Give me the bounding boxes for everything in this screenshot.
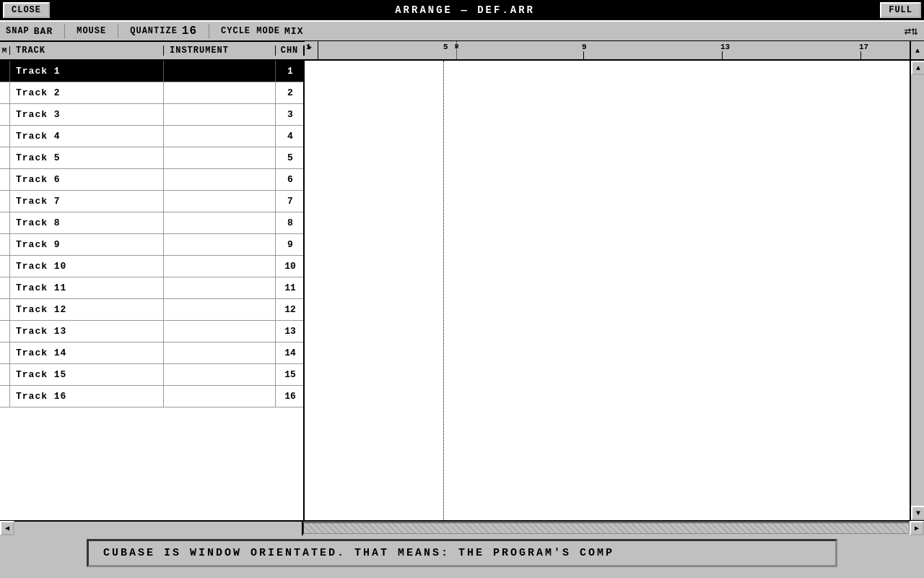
hscroll-area: ◀ ▶ — [0, 520, 924, 535]
close-button[interactable]: CLOSE — [3, 2, 50, 18]
window-title: ARRANGE — DEF.ARR — [50, 4, 880, 16]
track-name-6[interactable]: Track 6 — [10, 169, 164, 190]
toolbar: SNAP BAR MOUSE QUANTIZE 16 CYCLE MODE MI… — [0, 22, 924, 42]
bar13-mark: 13 — [720, 43, 730, 51]
full-button[interactable]: FULL — [880, 2, 921, 18]
quantize-label: QUANTIZE — [130, 26, 178, 36]
track-mute-15[interactable] — [0, 364, 10, 385]
main-area: M TRACK INSTRUMENT CHN ▶ 1 5 R 9 13 — [0, 42, 924, 520]
track-row[interactable]: Track 1111 — [0, 277, 303, 299]
track-instrument-10[interactable] — [164, 256, 276, 277]
track-row[interactable]: Track 33 — [0, 104, 303, 126]
quantize-value[interactable]: 16 — [182, 25, 197, 38]
track-chn-13: 13 — [276, 321, 305, 342]
track-mute-12[interactable] — [0, 299, 10, 320]
track-mute-5[interactable] — [0, 147, 10, 168]
track-name-14[interactable]: Track 14 — [10, 342, 164, 363]
track-name-1[interactable]: Track 1 — [10, 61, 164, 82]
track-instrument-6[interactable] — [164, 169, 276, 190]
track-name-15[interactable]: Track 15 — [10, 364, 164, 385]
track-row[interactable]: Track 55 — [0, 147, 303, 169]
track-name-8[interactable]: Track 8 — [10, 212, 164, 233]
track-name-4[interactable]: Track 4 — [10, 126, 164, 147]
track-name-13[interactable]: Track 13 — [10, 321, 164, 342]
track-mute-1[interactable] — [0, 61, 10, 82]
track-name-16[interactable]: Track 16 — [10, 386, 164, 407]
track-name-12[interactable]: Track 12 — [10, 299, 164, 320]
track-name-11[interactable]: Track 11 — [10, 277, 164, 298]
track-instrument-5[interactable] — [164, 147, 276, 168]
track-name-9[interactable]: Track 9 — [10, 234, 164, 255]
track-row[interactable]: Track 1616 — [0, 386, 303, 407]
track-mute-4[interactable] — [0, 126, 10, 147]
track-mute-11[interactable] — [0, 277, 10, 298]
track-mute-14[interactable] — [0, 342, 10, 363]
track-chn-4: 4 — [276, 126, 305, 147]
track-name-5[interactable]: Track 5 — [10, 147, 164, 168]
track-row[interactable]: Track 66 — [0, 169, 303, 191]
bar1-line — [318, 41, 318, 59]
track-row[interactable]: Track 1313 — [0, 321, 303, 342]
bar17-line — [860, 51, 861, 59]
track-name-2[interactable]: Track 2 — [10, 82, 164, 103]
track-row[interactable]: Track 44 — [0, 126, 303, 147]
hscroll-left-button[interactable]: ◀ — [0, 521, 14, 535]
track-row[interactable]: Track 22 — [0, 82, 303, 104]
track-row[interactable]: Track 88 — [0, 212, 303, 234]
track-chn-16: 16 — [276, 386, 305, 407]
track-instrument-14[interactable] — [164, 342, 276, 363]
track-instrument-3[interactable] — [164, 104, 276, 125]
track-instrument-2[interactable] — [164, 82, 276, 103]
track-mute-16[interactable] — [0, 386, 10, 407]
cycle-mode-label: CYCLE MODE — [221, 26, 280, 36]
cycle-mode-value[interactable]: MIX — [284, 26, 303, 37]
track-chn-14: 14 — [276, 342, 305, 363]
track-mute-9[interactable] — [0, 234, 10, 255]
header-chn: CHN — [276, 46, 305, 56]
track-instrument-13[interactable] — [164, 321, 276, 342]
ruler-scroll-up[interactable]: ▲ — [910, 41, 924, 60]
track-name-7[interactable]: Track 7 — [10, 191, 164, 212]
track-chn-3: 3 — [276, 104, 305, 125]
track-list: Track 11Track 22Track 33Track 44Track 55… — [0, 61, 305, 520]
track-chn-2: 2 — [276, 82, 305, 103]
hscroll-right-button[interactable]: ▶ — [910, 521, 924, 535]
track-instrument-7[interactable] — [164, 191, 276, 212]
track-mute-3[interactable] — [0, 104, 10, 125]
bar-value[interactable]: BAR — [34, 26, 53, 37]
track-mute-8[interactable] — [0, 212, 10, 233]
track-instrument-1[interactable] — [164, 61, 276, 82]
track-name-3[interactable]: Track 3 — [10, 104, 164, 125]
track-row[interactable]: Track 11 — [0, 61, 303, 82]
title-bar: CLOSE ARRANGE — DEF.ARR FULL — [0, 0, 924, 22]
track-area: Track 11Track 22Track 33Track 44Track 55… — [0, 61, 924, 520]
track-chn-7: 7 — [276, 191, 305, 212]
track-instrument-15[interactable] — [164, 364, 276, 385]
track-instrument-12[interactable] — [164, 299, 276, 320]
bar13-line — [722, 51, 723, 59]
track-row[interactable]: Track 1212 — [0, 299, 303, 321]
track-mute-6[interactable] — [0, 169, 10, 190]
track-chn-6: 6 — [276, 169, 305, 190]
track-row[interactable]: Track 99 — [0, 234, 303, 256]
track-instrument-9[interactable] — [164, 234, 276, 255]
hscroll-left-spacer — [14, 521, 303, 535]
scroll-up-button[interactable]: ▲ — [911, 61, 924, 75]
track-instrument-8[interactable] — [164, 212, 276, 233]
track-row[interactable]: Track 1414 — [0, 342, 303, 364]
track-mute-7[interactable] — [0, 191, 10, 212]
track-chn-9: 9 — [276, 234, 305, 255]
track-mute-13[interactable] — [0, 321, 10, 342]
track-row[interactable]: Track 1010 — [0, 256, 303, 277]
track-row[interactable]: Track 77 — [0, 191, 303, 212]
track-instrument-16[interactable] — [164, 386, 276, 407]
track-mute-10[interactable] — [0, 256, 10, 277]
track-mute-2[interactable] — [0, 82, 10, 103]
hscroll-track[interactable] — [303, 522, 910, 534]
scroll-down-button[interactable]: ▼ — [911, 506, 924, 520]
track-instrument-11[interactable] — [164, 277, 276, 298]
track-row[interactable]: Track 1515 — [0, 364, 303, 386]
track-name-10[interactable]: Track 10 — [10, 256, 164, 277]
arrange-area: ▲ ▼ — [305, 61, 924, 520]
track-instrument-4[interactable] — [164, 126, 276, 147]
